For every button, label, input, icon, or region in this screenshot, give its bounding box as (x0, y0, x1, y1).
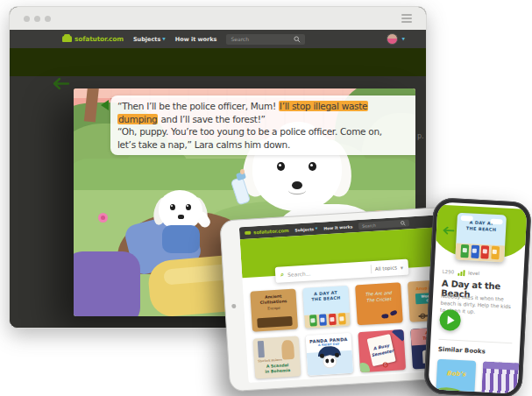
dog-eye (170, 204, 175, 210)
nav-how-it-works[interactable]: How it works (323, 224, 352, 230)
window-controls[interactable] (24, 16, 51, 22)
dog-nose (178, 215, 184, 219)
search-icon (294, 36, 301, 43)
back-arrow-icon[interactable] (443, 222, 456, 239)
cover-art (358, 363, 370, 373)
book-cover-a-busy-semester[interactable]: A BusySemester (358, 329, 406, 372)
marketing-canvas: sofatutor.com Subjects▼ How it works Sea… (0, 0, 532, 396)
window-dot-icon[interactable] (45, 16, 51, 22)
cover-art (483, 361, 521, 370)
play-button[interactable] (439, 309, 461, 331)
similar-book-cover-bobs[interactable]: Bob’s (436, 359, 476, 394)
cover-art (389, 309, 397, 316)
story-paragraph: “Oh, puppy. You’re too young to be a pol… (117, 125, 415, 151)
search-placeholder: Search... (287, 266, 367, 278)
logo-text: sofatutor.com (74, 35, 124, 43)
similar-books-row: Bob’s (436, 359, 521, 394)
hamburger-menu-icon[interactable] (401, 14, 412, 23)
book-cover-ancient-civilisations[interactable]: AncientCivilisations Europe (250, 289, 298, 332)
dog-mouth (288, 187, 306, 194)
search-icon (401, 221, 406, 226)
browser-chrome (10, 7, 426, 30)
pillow (74, 251, 140, 316)
book-cover-the-ant-and-the-cricket[interactable]: The Ant andThe Cricket (355, 282, 403, 325)
divider (438, 339, 512, 343)
tablet-camera (231, 303, 236, 308)
divider (371, 265, 372, 273)
dimmed-text-fragment: p. (417, 132, 424, 140)
phone-device: A DAY ATTHE BEACH L290 level A Day at th… (423, 197, 532, 396)
topics-filter[interactable]: All topics (375, 265, 397, 272)
dog-eye (277, 162, 285, 171)
book-cover-a-day-at-the-beach[interactable]: A DAY ATTHE BEACH (302, 286, 351, 329)
cover-art (382, 362, 388, 368)
window-dot-icon[interactable] (34, 16, 40, 22)
similar-books-heading: Similar Books (438, 346, 486, 356)
back-arrow-icon[interactable] (52, 77, 71, 94)
search-input[interactable]: Search (358, 219, 409, 230)
level-row: L290 level (442, 269, 479, 277)
cover-art (257, 316, 293, 328)
sofatutor-logo[interactable]: sofatutor.com (62, 35, 124, 43)
search-input[interactable]: Search (226, 34, 305, 45)
user-avatar[interactable] (387, 33, 398, 45)
book-cover-panda-panda[interactable]: PANDA PANDA A RAINY DAY (306, 333, 354, 376)
chevron-down-icon: ▼ (162, 37, 165, 41)
book-cover-a-scandal-in-bohemia[interactable]: Sherlock Holmes A Scandalin Bohemia (253, 336, 301, 378)
dog-eye (186, 204, 191, 210)
couch-icon (62, 36, 72, 42)
sofatutor-logo[interactable]: sofatutor.com (245, 228, 289, 236)
window-dot-icon[interactable] (24, 16, 30, 22)
chevron-down-icon: ▼ (401, 265, 403, 270)
highlighted-text: dumping (117, 114, 158, 124)
level-bars-icon (458, 270, 465, 276)
book-cover-a-day-at-the-beach[interactable]: A DAY ATTHE BEACH (455, 213, 507, 263)
nav-subjects[interactable]: Subjects▼ (294, 226, 317, 232)
story-paragraph: “Then I’ll be the police officer, Mum! I… (117, 100, 415, 125)
cloud-art (490, 219, 502, 225)
cover-art (436, 386, 466, 393)
search-icon: ⌕ (280, 271, 284, 278)
audio-play-triangle-icon[interactable] (101, 100, 109, 110)
puppy-shirt (162, 225, 200, 253)
cover-art (258, 341, 265, 357)
bottle-teat (240, 169, 245, 174)
highlighted-text: I’ll stop illegal waste (279, 101, 368, 111)
search-placeholder: Search (362, 223, 376, 228)
cover-art (420, 314, 425, 319)
nav-how-it-works[interactable]: How it works (175, 36, 217, 43)
story-text-box: “Then I’ll be the police officer, Mum! I… (110, 95, 415, 155)
level-label: level (468, 271, 479, 277)
cloud-art (461, 216, 473, 222)
lexile-code: L290 (442, 269, 454, 275)
dimmed-page-header (10, 48, 426, 76)
recycling-bins-art (455, 244, 505, 260)
flower (98, 213, 108, 223)
similar-book-cover-purple[interactable] (481, 361, 521, 393)
phone-screen: A DAY ATTHE BEACH L290 level A Day at th… (428, 202, 527, 393)
search-placeholder: Search (231, 36, 249, 42)
dog-eye (309, 162, 316, 171)
cover-art (281, 340, 294, 360)
site-navbar: sofatutor.com Subjects▼ How it works Sea… (10, 30, 426, 48)
chevron-down-icon[interactable]: ▼ (402, 37, 405, 41)
couch-icon (245, 230, 251, 235)
nav-subjects[interactable]: Subjects▼ (133, 36, 166, 43)
cover-art (381, 314, 388, 318)
chevron-down-icon: ▼ (316, 227, 318, 230)
